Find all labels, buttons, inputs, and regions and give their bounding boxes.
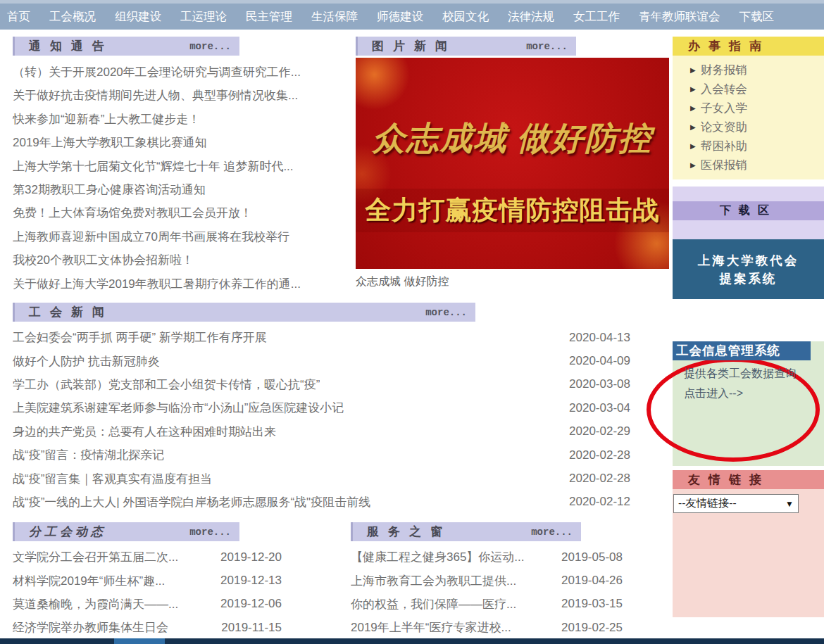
- nav-item-theory[interactable]: 工运理论: [180, 9, 227, 25]
- nav-item-downloads[interactable]: 下载区: [739, 9, 775, 25]
- news-row: 战“疫”留言：疫情湖北探亲记 2020-02-28: [13, 443, 630, 467]
- guide-item-membership[interactable]: ▶ 入会转会: [673, 80, 824, 99]
- news-link[interactable]: 身边的共产党员：总要有人在这种困难时期站出来: [13, 424, 276, 440]
- notice-item[interactable]: 快来参加“迎新春”上大教工健步走！: [13, 108, 352, 131]
- photo-news-more-link[interactable]: more...: [526, 41, 568, 52]
- guide-item-hardship-subsidy[interactable]: ▶ 帮困补助: [673, 137, 824, 156]
- nav-item-home[interactable]: 首页: [7, 9, 30, 25]
- news-link[interactable]: 上美院建筑系谢建军老师参与临汾市“小汤山”应急医院建设小记: [13, 400, 344, 416]
- guide-title: 办事指南: [688, 38, 770, 54]
- friend-links-title: 友情链接: [688, 472, 770, 488]
- nav-item-ethics[interactable]: 师德建设: [377, 9, 423, 25]
- news-link[interactable]: 【健康工程之健身365】你运动...: [351, 549, 525, 565]
- news-date: 2019-05-08: [561, 550, 623, 564]
- nav-item-organization[interactable]: 组织建设: [115, 9, 161, 25]
- news-link[interactable]: 莫道桑榆晚，为霞尚满天——...: [13, 596, 178, 612]
- notice-item[interactable]: 第32期教职工身心健康咨询活动通知: [13, 178, 352, 201]
- banner-calligraphy-text: 众志成城 做好防控: [356, 117, 669, 160]
- notices-more-link[interactable]: more...: [189, 41, 231, 52]
- news-row: 战“疫”留言集｜客观真实有温度有担当 2020-02-28: [13, 467, 630, 490]
- proposal-line1: 上海大学教代会: [673, 251, 824, 270]
- news-link[interactable]: 文学院分工会召开第五届二次...: [13, 549, 178, 565]
- service-window-title: 服务之窗: [367, 524, 451, 540]
- news-row: 【健康工程之健身365】你运动... 2019-05-08: [351, 545, 623, 569]
- notice-item[interactable]: 我校20个教职工文体协会招新啦！: [13, 248, 352, 272]
- guide-item-medical-reimburse[interactable]: ▶ 医保报销: [673, 156, 824, 175]
- download-area-link[interactable]: 下载区: [673, 201, 824, 220]
- info-system-enter-link[interactable]: 点击进入-->: [684, 386, 824, 401]
- news-link[interactable]: 做好个人防护 抗击新冠肺炎: [13, 353, 160, 370]
- nav-item-overview[interactable]: 工会概况: [49, 9, 96, 25]
- news-date: 2020-04-09: [569, 354, 630, 368]
- news-row: 身边的共产党员：总要有人在这种困难时期站出来 2020-02-29: [13, 420, 630, 443]
- branch-news-section: 分工会动态 more... 文学院分工会召开第五届二次... 2019-12-2…: [13, 522, 282, 640]
- news-link[interactable]: 战“疫”一线的上大人| 外国语学院白岸杨老师志愿服务“战"疫阻击前线: [13, 494, 370, 510]
- news-link[interactable]: 2019年上半年“医疗专家进校...: [351, 619, 511, 636]
- news-row: 做好个人防护 抗击新冠肺炎 2020-04-09: [13, 349, 630, 372]
- news-link[interactable]: 战“疫”留言：疫情湖北探亲记: [13, 447, 164, 463]
- news-link[interactable]: 战“疫”留言集｜客观真实有温度有担当: [13, 471, 212, 487]
- union-news-title: 工会新闻: [29, 304, 113, 320]
- info-system-link[interactable]: 工会信息管理系统: [673, 341, 811, 360]
- bullet-arrow-icon: ▶: [690, 161, 696, 169]
- bullet-arrow-icon: ▶: [690, 142, 696, 150]
- nav-item-law[interactable]: 法律法规: [508, 9, 554, 25]
- news-date: 2019-11-15: [221, 621, 282, 635]
- photo-news-caption-link[interactable]: 众志成城 做好防控: [356, 274, 669, 289]
- news-link[interactable]: 经济学院举办教师集体生日会: [13, 619, 168, 636]
- news-row: 工会妇委会“两手抓 两手硬” 新学期工作有序开展 2020-04-13: [13, 326, 630, 349]
- guide-item-finance[interactable]: ▶ 财务报销: [673, 61, 824, 80]
- branch-news-more-link[interactable]: more...: [189, 526, 231, 538]
- service-window-section: 服务之窗 more... 【健康工程之健身365】你运动... 2019-05-…: [351, 522, 623, 640]
- nav-item-welfare[interactable]: 生活保障: [311, 9, 358, 25]
- news-date: 2020-03-04: [569, 401, 630, 415]
- notice-item[interactable]: 免费！上大体育场馆免费对教职工会员开放！: [13, 201, 352, 225]
- photo-news-banner-image[interactable]: 众志成城 做好防控 全力打赢疫情防控阻击战: [356, 58, 669, 269]
- news-link[interactable]: 上海市教育工会为教职工提供...: [351, 573, 516, 589]
- news-date: 2019-12-06: [220, 597, 282, 611]
- friend-links-select[interactable]: --友情链接-- ▼: [673, 494, 799, 513]
- news-link[interactable]: 工会妇委会“两手抓 两手硬” 新学期工作有序开展: [13, 329, 267, 346]
- news-date: 2020-04-13: [569, 331, 630, 345]
- notice-item[interactable]: 关于做好上海大学2019年教职工暑期疗休养工作的通...: [13, 272, 352, 296]
- photo-news-title: 图片新闻: [372, 38, 456, 54]
- notice-item[interactable]: 上海大学第十七届菊文化节“辉煌七十年 追梦新时代...: [13, 155, 352, 178]
- news-row: 莫道桑榆晚，为霞尚满天——... 2019-12-06: [13, 593, 282, 616]
- sidebar: 办事指南 ▶ 财务报销 ▶ 入会转会 ▶ 子女入学 ▶ 论文资助 ▶ 帮困补助: [673, 37, 824, 617]
- guide-list: ▶ 财务报销 ▶ 入会转会 ▶ 子女入学 ▶ 论文资助 ▶ 帮困补助 ▶ 医保报…: [673, 56, 824, 179]
- nav-item-campus-culture[interactable]: 校园文化: [442, 9, 489, 25]
- union-news-list: 工会妇委会“两手抓 两手硬” 新学期工作有序开展 2020-04-13 做好个人…: [13, 326, 630, 514]
- news-row: 文学院分工会召开第五届二次... 2019-12-20: [13, 545, 282, 569]
- news-link[interactable]: 材料学院2019年“师生杯”趣...: [13, 573, 165, 589]
- service-window-more-link[interactable]: more...: [531, 526, 573, 538]
- bottom-bar-highlight-segment: [114, 638, 165, 644]
- proposal-system-banner[interactable]: 上海大学教代会 提案系统: [673, 239, 824, 299]
- info-system-desc: 提供各类工会数据查询: [684, 367, 824, 381]
- nav-item-women[interactable]: 女工工作: [573, 9, 620, 25]
- notices-list: （转）关于开展2020年工会理论研究与调查研究工作... 关于做好抗击疫情期间先…: [13, 61, 352, 296]
- nav-item-democracy[interactable]: 民主管理: [246, 9, 292, 25]
- nav-item-youth-association[interactable]: 青年教师联谊会: [639, 9, 720, 25]
- guide-item-paper-funding[interactable]: ▶ 论文资助: [673, 118, 824, 137]
- guide-item-children-school[interactable]: ▶ 子女入学: [673, 99, 824, 118]
- union-news-more-link[interactable]: more...: [425, 307, 467, 318]
- notice-item[interactable]: 上海教师喜迎新中国成立70周年书画展将在我校举行: [13, 225, 352, 248]
- news-date: 2019-02-25: [561, 621, 623, 635]
- info-system-box: 工会信息管理系统 提供各类工会数据查询 点击进入-->: [673, 341, 824, 466]
- guide-item-label: 医保报销: [701, 158, 747, 173]
- news-date: 2020-02-29: [569, 424, 630, 438]
- branch-news-header: 分工会动态 more...: [13, 522, 239, 541]
- notice-item[interactable]: （转）关于开展2020年工会理论研究与调查研究工作...: [13, 61, 352, 84]
- news-link[interactable]: 学工办（武装部）党支部和工会小组贺卡传情，暖心抗“疫”: [13, 377, 320, 393]
- chevron-down-icon: ▼: [785, 499, 794, 509]
- notice-item[interactable]: 2019年上海大学教职工象棋比赛通知: [13, 131, 352, 154]
- notices-title: 通知通告: [29, 38, 113, 54]
- news-date: 2020-03-08: [569, 377, 630, 391]
- news-link[interactable]: 你的权益，我们保障——医疗...: [351, 596, 516, 612]
- friend-links-body: --友情链接-- ▼: [673, 489, 824, 617]
- news-row: 经济学院举办教师集体生日会 2019-11-15: [13, 616, 282, 639]
- news-date: 2019-03-15: [561, 597, 623, 611]
- guide-item-label: 论文资助: [701, 120, 747, 135]
- notice-item[interactable]: 关于做好抗击疫情期间先进人物、典型事例情况收集...: [13, 84, 352, 107]
- service-window-list: 【健康工程之健身365】你运动... 2019-05-08 上海市教育工会为教职…: [351, 545, 623, 640]
